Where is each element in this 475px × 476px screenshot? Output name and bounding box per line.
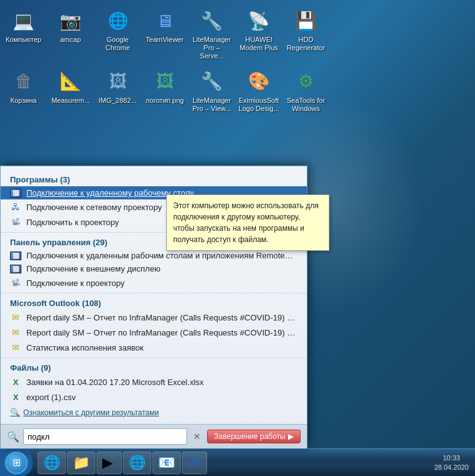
result-remoteapp[interactable]: ⬜ Подключения к удаленным рабочим столам…	[1, 249, 307, 262]
divider-3	[1, 357, 307, 358]
csv-icon: X	[10, 391, 21, 403]
search-input[interactable]	[23, 428, 187, 445]
hdd-icon: 💾	[294, 8, 319, 33]
litemanager-serv-icon: 🔧	[200, 8, 225, 33]
taskbar-outlook[interactable]: 📧	[152, 452, 181, 474]
start-orb-icon: ⊞	[5, 452, 28, 474]
amcap-label: amcap	[60, 36, 81, 44]
shutdown-button[interactable]: Завершение работы ▶	[207, 430, 301, 443]
computer-label: Компьютер	[6, 36, 41, 44]
taskbar-ie[interactable]: 🌐	[38, 452, 66, 474]
result-csv-label: export (1).csv	[26, 393, 76, 402]
outlook-section-header: Microsoft Outlook (108)	[1, 296, 307, 310]
result-xlsx[interactable]: X Заявки на 01.04.2020 17.20 Microsoft E…	[1, 374, 307, 389]
computer-icon: 💻	[11, 8, 36, 33]
desktop-icon-hdd[interactable]: 💾 HDD Regenerator	[282, 3, 329, 64]
tray-time: 10:33	[434, 453, 469, 462]
desktop-icon-amcap[interactable]: 📷 amcap	[47, 3, 94, 64]
desktop-icon-computer[interactable]: 💻 Компьютер	[0, 3, 47, 64]
tooltip-text: Этот компьютер можно использовать для по…	[173, 201, 319, 244]
external-display-icon: ⬜	[10, 265, 21, 273]
desktop-icons: 💻 Компьютер 📷 amcap 🌐 Google Chrome 🖥 Te…	[0, 3, 329, 116]
result-report1[interactable]: ✉ Report daily SM – Отчет по InfraManage…	[1, 310, 307, 325]
result-report2[interactable]: ✉ Report daily SM – Отчет по InfraManage…	[1, 325, 307, 340]
chrome-tb-icon: 🌐	[129, 455, 146, 471]
start-button[interactable]: ⊞	[0, 449, 33, 477]
png-icon: 🖼	[152, 69, 178, 94]
eximious-icon: 🎨	[247, 69, 272, 94]
result-projector-label: Подключить к проектору	[26, 218, 119, 227]
search-small-icon: 🔍	[10, 408, 20, 417]
shutdown-arrow-icon: ▶	[288, 432, 294, 441]
net-projector-icon: 🖧	[10, 201, 21, 213]
desktop: 💻 Компьютер 📷 amcap 🌐 Google Chrome 🖥 Te…	[0, 0, 475, 476]
desktop-icon-img[interactable]: 🖼 IMG_2882...	[94, 64, 141, 116]
result-stats-label: Статистика исполнения заявок	[26, 343, 144, 352]
taskbar-word[interactable]: W	[182, 452, 207, 474]
png-label: логотип.png	[146, 97, 184, 105]
media-icon: ▶	[102, 455, 113, 471]
search-bar: 🔍 ✕ Завершение работы ▶	[1, 424, 307, 448]
desktop-icon-teamviewer[interactable]: 🖥 TeamViewer	[141, 3, 188, 64]
tooltip: Этот компьютер можно использовать для по…	[166, 194, 329, 251]
desktop-icon-litemanager-serv[interactable]: 🔧 LiteManager Pro – Serve...	[188, 3, 235, 64]
litemanager-view-icon: 🔧	[200, 69, 225, 94]
taskbar-media[interactable]: ▶	[97, 452, 122, 474]
desktop-icon-litemanager-view[interactable]: 🔧 LiteManager Pro – View...	[188, 64, 235, 116]
desktop-icon-huawei[interactable]: 📡 HUAWEI Modem Plus	[235, 3, 282, 64]
report1-icon: ✉	[10, 312, 21, 323]
more-results-label: Ознакомиться с другими результатами	[23, 408, 159, 417]
windows-logo-icon: ⊞	[13, 457, 21, 468]
hdd-label: HDD Regenerator	[286, 36, 326, 52]
report2-icon: ✉	[10, 327, 21, 338]
result-external-display-label: Подключение к внешнему дисплею	[26, 264, 161, 273]
desktop-icon-row-1: 💻 Компьютер 📷 amcap 🌐 Google Chrome 🖥 Te…	[0, 3, 329, 64]
outlook-tb-icon: 📧	[158, 455, 175, 471]
tray-clock: 10:33 28.04.2020	[434, 453, 469, 472]
xlsx-icon: X	[10, 376, 21, 388]
taskbar-chrome[interactable]: 🌐	[123, 452, 151, 474]
desktop-icon-trash[interactable]: 🗑 Корзина	[0, 64, 47, 116]
result-csv[interactable]: X export (1).csv	[1, 389, 307, 405]
explorer-icon: 📁	[73, 455, 90, 471]
result-xlsx-label: Заявки на 01.04.2020 17.20 Microsoft Exc…	[26, 378, 204, 387]
result-report2-label: Report daily SM – Отчет по InfraManager …	[26, 328, 297, 337]
measurement-icon: 📐	[58, 69, 83, 94]
more-results-link[interactable]: 🔍 Ознакомиться с другими результатами	[10, 408, 297, 417]
seatools-label: SeaTools for Windows	[286, 97, 326, 113]
trash-label: Корзина	[11, 97, 37, 105]
desktop-icon-eximious[interactable]: 🎨 EximiousSoft Logo Desig...	[235, 64, 282, 116]
huawei-icon: 📡	[247, 8, 272, 33]
taskbar-explorer[interactable]: 📁	[67, 452, 95, 474]
projector2-icon: 📽	[10, 277, 21, 288]
amcap-icon: 📷	[58, 8, 83, 33]
taskbar-items: 🌐 📁 ▶ 🌐 📧 W	[35, 452, 428, 474]
desktop-icon-row-2: 🗑 Корзина 📐 Measurem... 🖼 IMG_2882... 🖼 …	[0, 64, 329, 116]
result-projector2[interactable]: 📽 Подключение к проектору	[1, 275, 307, 290]
files-section-header: Файлы (9)	[1, 361, 307, 374]
chrome-icon: 🌐	[105, 8, 131, 33]
more-results-area: 🔍 Ознакомиться с другими результатами	[1, 405, 307, 421]
result-external-display[interactable]: ⬜ Подключение к внешнему дисплею	[1, 262, 307, 275]
projector-icon: 📽	[10, 216, 21, 228]
desktop-icon-measurement[interactable]: 📐 Measurem...	[47, 64, 94, 116]
result-stats[interactable]: ✉ Статистика исполнения заявок	[1, 340, 307, 355]
desktop-icon-png[interactable]: 🖼 логотип.png	[141, 64, 188, 116]
seatools-icon: ⚙	[294, 69, 319, 94]
eximious-label: EximiousSoft Logo Desig...	[238, 97, 279, 113]
chrome-label: Google Chrome	[97, 36, 138, 52]
result-projector2-label: Подключение к проектору	[26, 278, 125, 288]
desktop-icon-chrome[interactable]: 🌐 Google Chrome	[94, 3, 141, 64]
search-clear-button[interactable]: ✕	[191, 431, 203, 442]
img-label: IMG_2882...	[99, 97, 137, 105]
img-icon: 🖼	[105, 69, 131, 94]
teamviewer-label: TeamViewer	[146, 36, 183, 44]
measurement-label: Measurem...	[51, 97, 90, 105]
taskbar-tray: 10:33 28.04.2020	[428, 453, 475, 472]
result-report1-label: Report daily SM – Отчет по InfraManager …	[26, 313, 297, 322]
divider-2	[1, 293, 307, 294]
desktop-icon-seatools[interactable]: ⚙ SeaTools for Windows	[282, 64, 329, 116]
trash-icon: 🗑	[11, 69, 36, 94]
litemanager-serv-label: LiteManager Pro – Serve...	[191, 36, 232, 61]
programs-section-header: Программы (3)	[1, 172, 307, 186]
